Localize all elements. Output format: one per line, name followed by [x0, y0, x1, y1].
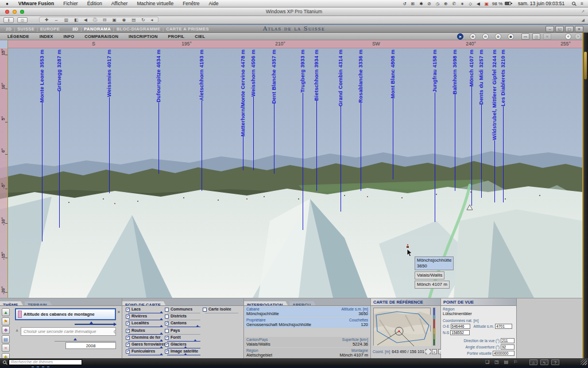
- scrollbar-thumb[interactable]: [584, 52, 587, 79]
- altitude-input[interactable]: [495, 324, 512, 329]
- bluetooth-icon[interactable]: ∗: [458, 1, 466, 6]
- peak-label-weisshorn[interactable]: Weisshorn 4506 m: [249, 49, 257, 170]
- slider-marker[interactable]: [160, 346, 163, 348]
- macos-menu-édition[interactable]: Édition: [83, 1, 107, 6]
- collapse-caret-icon[interactable]: ∧: [16, 328, 18, 333]
- printer-icon[interactable]: ▤: [129, 17, 138, 22]
- vmware-window-titlebar[interactable]: Windows XP Pro Titanium ↗: [0, 7, 588, 16]
- pointer-tool-button[interactable]: ➤: [457, 33, 463, 40]
- volume-icon[interactable]: ◀: [474, 1, 482, 6]
- slider-marker[interactable]: [160, 339, 163, 342]
- active-theme-field[interactable]: Altitude des cabanes de montagne: [15, 308, 116, 320]
- theme-icon-chart[interactable]: ▤: [2, 335, 10, 343]
- map-zoom-in-button[interactable]: +: [432, 349, 437, 354]
- peak-label-rosablanche[interactable]: Rosablanche 3336 m: [357, 49, 365, 191]
- tab-theme[interactable]: THÈME: [0, 301, 25, 306]
- menu-item-comparaison[interactable]: COMPARAISON: [79, 34, 123, 39]
- refresh-icon[interactable]: ↻: [138, 17, 148, 22]
- link-button[interactable]: ∿: [540, 359, 548, 365]
- checkbox[interactable]: [203, 308, 207, 312]
- peak-label-m-nch[interactable]: Mönch 4107 m: [467, 49, 475, 206]
- menu-bar-clock[interactable]: sam. 13 juin 09:03:51: [514, 1, 568, 6]
- menu-item-info[interactable]: INFO: [59, 34, 80, 39]
- layer-slider[interactable]: [167, 354, 200, 356]
- macos-menu-vmware-fusion[interactable]: VMware Fusion: [14, 1, 59, 6]
- macos-menu-fenêtre[interactable]: Fenêtre: [178, 1, 204, 6]
- cd-icon[interactable]: ◉: [119, 17, 129, 22]
- peak-label-weissmies[interactable]: Weissmies 4017 m: [105, 49, 113, 193]
- help-button[interactable]: ?: [551, 359, 559, 365]
- peak-label-jungfrau[interactable]: Jungfrau 4158 m: [431, 49, 439, 222]
- oe-input[interactable]: [451, 324, 470, 329]
- checkbox[interactable]: ✓: [126, 336, 130, 340]
- spotlight-icon[interactable]: [572, 2, 575, 5]
- harddisk-icon[interactable]: ▥: [61, 17, 71, 22]
- theme-icon-relief[interactable]: ▲: [2, 308, 10, 316]
- checkbox[interactable]: [165, 308, 169, 312]
- slider-marker[interactable]: [160, 318, 163, 320]
- home-button[interactable]: ⌂: [529, 359, 537, 365]
- airport-icon[interactable]: ◇: [466, 1, 474, 6]
- tab-apercu[interactable]: APERÇU: [289, 301, 318, 306]
- ns-input[interactable]: [450, 330, 470, 335]
- more-icon[interactable]: ◂: [148, 17, 156, 22]
- info-icon[interactable]: ⓘ: [90, 17, 100, 23]
- checkbox[interactable]: ✓: [126, 308, 130, 312]
- second-theme-field[interactable]: Choisir une seconde carte thématique: [21, 327, 116, 336]
- peak-label-bietschhorn[interactable]: Bietschhorn 3934 m: [312, 49, 320, 191]
- checkbox[interactable]: ✓: [126, 329, 130, 333]
- tab-terrain[interactable]: TERRAIN: [25, 301, 53, 306]
- theme-icon-flag[interactable]: ⚑: [2, 317, 10, 325]
- settings-icon[interactable]: ✚: [42, 17, 51, 22]
- clock-icon[interactable]: ◷: [434, 1, 442, 6]
- peak-label-dent-blanche[interactable]: Dent Blanche 4357 m: [270, 49, 278, 174]
- split-vertical-button[interactable]: ◫: [532, 33, 540, 40]
- macos-menu-fichier[interactable]: Fichier: [59, 1, 83, 6]
- peak-label-mont-blanc[interactable]: Mont Blanc 4808 m: [389, 49, 397, 179]
- direction-input[interactable]: [501, 338, 514, 343]
- apple-menu-icon[interactable]: ●: [0, 1, 14, 6]
- checkbox[interactable]: ✓: [165, 343, 169, 347]
- checkbox[interactable]: ✓: [126, 315, 130, 319]
- menu-item-inscription[interactable]: INSCRIPTION: [123, 34, 163, 39]
- range-input[interactable]: [493, 351, 514, 356]
- peak-label-trugberg[interactable]: Trugberg 3933 m: [299, 49, 307, 230]
- snapshot-icon[interactable]: ▣: [110, 17, 119, 22]
- slider-marker[interactable]: [160, 311, 163, 313]
- vmware-icon[interactable]: ▣: [482, 1, 491, 6]
- peak-label-monte-leone[interactable]: Monte Leone 3553 m: [38, 49, 46, 241]
- peak-label-grand-combin[interactable]: Grand Combin 4314 m: [336, 49, 345, 212]
- zoom-out-button[interactable]: ⊖: [482, 33, 489, 40]
- window-icon[interactable]: ❏: [485, 359, 489, 365]
- layout-icon[interactable]: ◳: [494, 359, 499, 365]
- zoom-full-button[interactable]: ⊚: [495, 33, 501, 40]
- year-slider-marker[interactable]: [74, 338, 77, 340]
- second-theme-knob[interactable]: [114, 330, 116, 334]
- peak-label-les-diablerets[interactable]: Les Diablerets 3210 m: [499, 49, 507, 202]
- resize-grip[interactable]: [581, 359, 587, 365]
- map-extent-button[interactable]: [425, 349, 431, 354]
- sound-icon[interactable]: ◀: [81, 17, 90, 22]
- checkbox[interactable]: ✓: [126, 343, 130, 347]
- split-horizontal-button[interactable]: ▭: [521, 33, 529, 40]
- collapse-panel-button[interactable]: «: [565, 33, 571, 40]
- fov-input[interactable]: [501, 344, 514, 350]
- tab-interrogation[interactable]: INTERROGATION: [244, 301, 289, 306]
- resize-corner-icon[interactable]: ◢: [582, 18, 585, 22]
- maximize-button[interactable]: ▢: [565, 26, 574, 32]
- minimize-button[interactable]: –: [546, 26, 554, 32]
- checkbox[interactable]: ✓: [126, 321, 130, 325]
- slider-marker[interactable]: [196, 325, 199, 327]
- phone-icon[interactable]: ✆: [450, 1, 458, 6]
- fullscreen-icon[interactable]: ↗: [581, 9, 585, 14]
- peak-label-gr-negg[interactable]: Grünegg 3287 m: [55, 49, 63, 228]
- checkbox[interactable]: ✓: [165, 321, 169, 325]
- peak-label-aletschhorn[interactable]: Aletschhorn 4193 m: [198, 49, 206, 191]
- slider-marker[interactable]: [194, 339, 197, 342]
- snapshot-button[interactable]: ◫: [17, 17, 28, 23]
- peak-label-wildstrubel-mittlerer-gipfel[interactable]: Wildstrubel, Mittlerer Gipfel 3244 m: [490, 49, 498, 202]
- theme-slider[interactable]: [75, 324, 116, 325]
- peak-label-balmhorn[interactable]: Balmhorn 3698 m: [451, 49, 459, 191]
- peak-label-dents-du-midi[interactable]: Dents du Midi 3257 m: [477, 49, 485, 198]
- restore-button[interactable]: ◱: [555, 26, 564, 32]
